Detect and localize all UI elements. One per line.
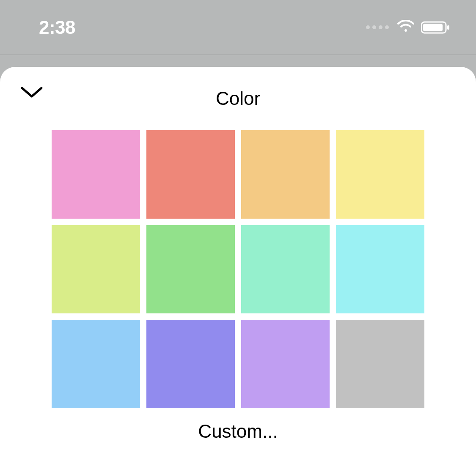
status-time: 2:38 [39, 17, 75, 38]
color-swatch-coral[interactable] [146, 130, 235, 219]
sheet-header: Color [0, 67, 476, 130]
svg-rect-1 [423, 24, 443, 31]
color-swatch-periwinkle[interactable] [146, 320, 235, 408]
color-picker-sheet: Color Custom... [0, 67, 476, 461]
color-swatch-green[interactable] [146, 225, 235, 313]
wifi-icon [396, 20, 415, 35]
close-sheet-button[interactable] [20, 85, 43, 101]
color-swatch-cyan[interactable] [336, 225, 424, 313]
custom-color-button[interactable]: Custom... [198, 421, 278, 442]
color-swatch-orange[interactable] [241, 130, 330, 219]
color-swatch-pink[interactable] [52, 130, 140, 219]
battery-icon [421, 21, 451, 34]
chevron-down-icon [20, 85, 43, 99]
status-bar: 2:38 [0, 0, 476, 55]
color-swatch-skyblue[interactable] [52, 320, 140, 408]
color-swatch-gray[interactable] [336, 320, 424, 408]
status-icons [366, 20, 451, 35]
svg-rect-2 [447, 25, 449, 30]
custom-row: Custom... [0, 408, 476, 442]
color-swatch-yellow[interactable] [336, 130, 424, 219]
sheet-title: Color [216, 88, 260, 109]
color-swatch-mint[interactable] [241, 225, 330, 313]
cellular-signal-icon [366, 25, 389, 29]
color-grid [0, 130, 476, 408]
color-swatch-lavender[interactable] [241, 320, 330, 408]
color-swatch-lime[interactable] [52, 225, 140, 313]
